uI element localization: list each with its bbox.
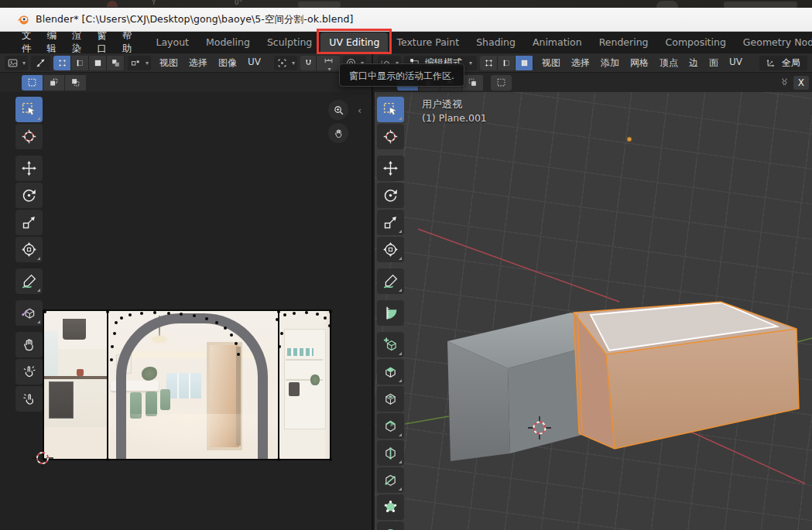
overflow-squiggle-icon bbox=[779, 77, 790, 88]
tab-shading[interactable]: Shading bbox=[468, 32, 524, 52]
uv-pan-gizmo[interactable] bbox=[328, 123, 348, 143]
tool-transform[interactable] bbox=[377, 237, 404, 262]
selmode-vertex-icon bbox=[57, 58, 67, 68]
selmode-vertex-icon bbox=[484, 58, 494, 68]
tool-rotate[interactable] bbox=[15, 183, 43, 208]
rotate-icon bbox=[21, 187, 37, 203]
tool-cursor[interactable] bbox=[377, 124, 404, 149]
vp-select-mode-intersect[interactable] bbox=[462, 75, 484, 91]
tool-relax[interactable] bbox=[15, 359, 43, 385]
tool-add-cube[interactable] bbox=[377, 332, 404, 357]
tab-layout[interactable]: Layout bbox=[148, 32, 198, 52]
tool-spin[interactable] bbox=[377, 521, 404, 530]
tool-knife[interactable] bbox=[377, 467, 404, 493]
background-fragment: 0° bbox=[235, 0, 242, 6]
tool-select-box[interactable] bbox=[15, 97, 43, 122]
tab-texture-paint[interactable]: Texture Paint bbox=[388, 32, 468, 52]
tool-loop-cut[interactable] bbox=[377, 440, 404, 466]
background-window-strip: Y 0° bbox=[0, 0, 812, 8]
tool-move[interactable] bbox=[15, 156, 43, 181]
tool-annotate[interactable] bbox=[377, 268, 404, 294]
snap-increment-icon bbox=[324, 56, 334, 66]
uv-select-mode-subtract[interactable] bbox=[65, 75, 87, 91]
uv-sync-selection-toggle[interactable] bbox=[31, 56, 50, 70]
mesh-select-edge[interactable] bbox=[498, 56, 516, 70]
uv-snap-group bbox=[300, 56, 340, 70]
uv-menu-uv[interactable]: UV bbox=[242, 55, 266, 71]
uv-select-island[interactable] bbox=[107, 56, 125, 70]
transform-orientation-dropdown[interactable]: 全局 bbox=[759, 56, 807, 70]
uv-menu-图像[interactable]: 图像 bbox=[213, 55, 242, 71]
tool-grab[interactable] bbox=[15, 332, 43, 357]
tool-select-box[interactable] bbox=[377, 97, 404, 122]
uv-menu-选择[interactable]: 选择 bbox=[183, 55, 213, 71]
tool-cursor[interactable] bbox=[15, 124, 43, 149]
vp-menu-边[interactable]: 边 bbox=[684, 55, 704, 71]
tab-compositing[interactable]: Compositing bbox=[657, 32, 735, 52]
tool-move[interactable] bbox=[377, 156, 404, 181]
tool-scale[interactable] bbox=[377, 210, 404, 235]
uv-select-vertex[interactable] bbox=[53, 56, 71, 70]
uv-select-mode-extend[interactable] bbox=[43, 75, 65, 91]
snap-target-dropdown[interactable] bbox=[317, 56, 340, 70]
tab-rendering[interactable]: Rendering bbox=[591, 32, 657, 52]
overflow-x-button[interactable]: X bbox=[793, 76, 809, 90]
spin-icon bbox=[382, 526, 399, 530]
uv-select-mode-new[interactable] bbox=[22, 75, 43, 91]
uv-menu-视图[interactable]: 视图 bbox=[154, 55, 183, 71]
vp-menu-面[interactable]: 面 bbox=[704, 55, 724, 71]
uv-2d-cursor[interactable] bbox=[32, 447, 53, 469]
mesh-select-mode-group bbox=[480, 56, 533, 70]
active-object-label: (1) Plane.001 bbox=[422, 112, 487, 124]
uv-select-face[interactable] bbox=[89, 56, 107, 70]
select-through-icon-button[interactable] bbox=[491, 75, 512, 91]
sidebar-collapse-arrow[interactable]: ‹ bbox=[358, 104, 361, 116]
transform-icon bbox=[21, 241, 37, 258]
tool-measure[interactable] bbox=[377, 300, 404, 326]
tab-modeling[interactable]: Modeling bbox=[197, 32, 259, 52]
tab-sculpting[interactable]: Sculpting bbox=[259, 32, 320, 52]
vp-menu-顶点[interactable]: 顶点 bbox=[654, 55, 684, 71]
tool-bevel[interactable] bbox=[377, 413, 404, 439]
uv-sticky-selection-dropdown[interactable] bbox=[128, 56, 151, 70]
vp-select-through-button[interactable] bbox=[491, 75, 512, 91]
uv-toolbar bbox=[15, 97, 43, 412]
viewport-3d-canvas[interactable]: 用户透视 (1) Plane.001 bbox=[375, 92, 812, 530]
move-icon bbox=[21, 160, 37, 176]
tab-geometry-nodes[interactable]: Geometry Nodes bbox=[735, 32, 812, 52]
measure-icon bbox=[382, 305, 399, 321]
zoom-icon bbox=[333, 104, 344, 116]
tab-uv-editing[interactable]: UV Editing bbox=[320, 32, 388, 52]
snap-toggle[interactable] bbox=[300, 56, 317, 70]
uv-editor-type-button[interactable] bbox=[5, 56, 28, 70]
tool-scale[interactable] bbox=[15, 210, 43, 235]
tool-rip-region[interactable] bbox=[15, 300, 43, 326]
cursor-icon bbox=[21, 128, 37, 145]
mesh-select-face[interactable] bbox=[516, 56, 533, 70]
scale-icon bbox=[382, 214, 399, 231]
tool-annotate[interactable] bbox=[15, 268, 43, 294]
tool-rotate[interactable] bbox=[377, 183, 404, 208]
uv-select-edge[interactable] bbox=[71, 56, 89, 70]
uv-image-panorama[interactable] bbox=[43, 309, 331, 460]
tool-pinch[interactable] bbox=[15, 386, 43, 412]
vp-menu-uv[interactable]: UV bbox=[724, 55, 748, 71]
top-menubar: 文件编辑渲染窗口帮助 LayoutModelingSculptingUV Edi… bbox=[0, 32, 812, 53]
header-overflow: X bbox=[779, 76, 809, 90]
tab-animation[interactable]: Animation bbox=[524, 32, 591, 52]
move-icon bbox=[382, 160, 399, 176]
vp-menu-选择[interactable]: 选择 bbox=[566, 55, 595, 71]
tool-extrude-region[interactable] bbox=[377, 359, 404, 385]
mesh-select-vertex[interactable] bbox=[480, 56, 498, 70]
uv-pivot-dropdown[interactable] bbox=[274, 56, 297, 70]
uv-zoom-gizmo[interactable] bbox=[328, 100, 348, 120]
vp-menu-网格[interactable]: 网格 bbox=[625, 55, 654, 71]
tool-transform[interactable] bbox=[15, 237, 43, 262]
vp-menu-视图[interactable]: 视图 bbox=[536, 55, 566, 71]
uv-editor-canvas[interactable]: ‹ bbox=[0, 92, 373, 530]
tool-poly-build[interactable] bbox=[377, 494, 404, 520]
magnet-icon bbox=[303, 58, 313, 68]
tool-inset-faces[interactable] bbox=[377, 386, 404, 412]
vp-menu-添加[interactable]: 添加 bbox=[595, 55, 625, 71]
window-title: Blender* [C:\Users\CXJ\Desktop\gong\baoy… bbox=[36, 13, 354, 26]
